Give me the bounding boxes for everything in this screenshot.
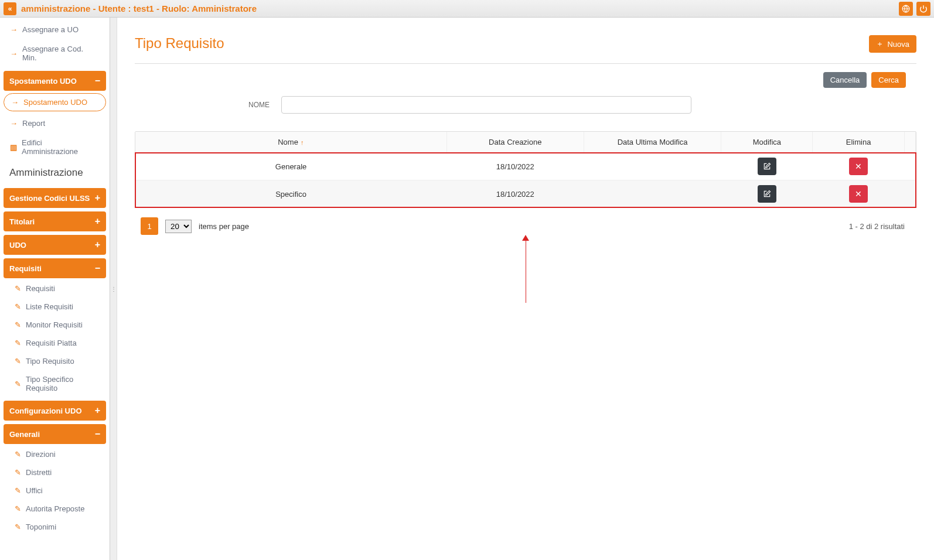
user-edit-icon: ✎ [15, 357, 21, 366]
plus-icon: + [95, 405, 100, 416]
filter-nome-input[interactable] [281, 96, 691, 114]
sidebar-section-requisiti[interactable]: Requisiti− [4, 258, 106, 278]
sidebar-section-configurazioni-udo[interactable]: Configurazioni UDO+ [4, 401, 106, 421]
edit-icon [763, 190, 771, 198]
sidebar-item-report[interactable]: →Report [4, 114, 106, 133]
plus-icon: + [95, 216, 100, 227]
user-edit-icon: ✎ [15, 486, 21, 495]
search-button[interactable]: Cerca [871, 72, 906, 88]
sort-asc-icon: ↑ [301, 139, 304, 146]
power-icon [919, 5, 928, 13]
sidebar-label-amministrazione: Amministrazione [4, 161, 106, 185]
sidebar-item-direzioni[interactable]: ✎Direzioni [4, 445, 106, 463]
sidebar-item-spostamento-udo[interactable]: →Spostamento UDO [4, 93, 106, 111]
close-icon: ✕ [855, 162, 862, 171]
app-title: amministrazione - Utente : test1 - Ruolo… [21, 4, 257, 13]
minus-icon: − [95, 76, 100, 86]
minus-icon: − [95, 429, 100, 439]
sidebar-section-gestione-codici[interactable]: Gestione Codici ULSS+ [4, 188, 106, 208]
close-icon: ✕ [855, 189, 862, 199]
sidebar-item-monitor-requisiti[interactable]: ✎Monitor Requisiti [4, 316, 106, 334]
sidebar-item-uffici[interactable]: ✎Uffici [4, 482, 106, 500]
filter-nome-label: NOME [229, 101, 270, 109]
sidebar-section-generali[interactable]: Generali− [4, 424, 106, 444]
col-data-creazione[interactable]: Data Creazione [446, 132, 584, 153]
building-icon: ▥ [10, 143, 17, 152]
user-edit-icon: ✎ [15, 302, 21, 311]
sidebar-item-tipo-requisito[interactable]: ✎Tipo Requisito [4, 352, 106, 370]
edit-icon [763, 162, 771, 170]
sidebar-item-distretti[interactable]: ✎Distretti [4, 463, 106, 482]
col-elimina: Elimina [813, 132, 904, 153]
items-per-page-select[interactable]: 20 [165, 220, 192, 233]
user-edit-icon: ✎ [15, 504, 21, 513]
user-edit-icon: ✎ [15, 450, 21, 459]
main-content: Tipo Requisito ＋Nuova Cancella Cerca NOM… [117, 18, 934, 560]
filter-row: NOME [229, 96, 916, 114]
language-button[interactable] [899, 2, 913, 16]
sidebar-item-edifici[interactable]: ▥Edifici Amministrazione [4, 133, 106, 161]
sidebar-item-assegnare-uo[interactable]: →Assegnare a UO [4, 20, 106, 39]
power-button[interactable] [916, 2, 930, 16]
table-row: Generale 18/10/2022 ✕ [135, 153, 916, 180]
sidebar-section-udo[interactable]: UDO+ [4, 235, 106, 255]
plus-icon: ＋ [876, 39, 884, 49]
plus-icon: + [95, 240, 100, 250]
sidebar-resize-handle[interactable]: ⋮ [110, 18, 117, 560]
minus-icon: − [95, 263, 100, 274]
arrow-right-icon: → [10, 119, 18, 128]
sidebar-item-requisiti-piatta[interactable]: ✎Requisiti Piatta [4, 334, 106, 352]
user-edit-icon: ✎ [15, 320, 21, 329]
arrow-right-icon: → [10, 25, 18, 34]
arrow-right-icon: → [11, 98, 19, 107]
plus-icon: + [95, 193, 100, 203]
col-nome[interactable]: Nome↑ [135, 132, 446, 153]
page-number[interactable]: 1 [141, 217, 158, 235]
annotation-arrow [135, 238, 916, 309]
arrow-right-icon: → [10, 49, 18, 58]
user-edit-icon: ✎ [15, 339, 21, 347]
user-edit-icon: ✎ [15, 468, 21, 477]
user-edit-icon: ✎ [15, 380, 21, 388]
delete-row-button[interactable]: ✕ [849, 158, 868, 175]
results-summary: 1 - 2 di 2 risultati [849, 222, 911, 231]
page-title: Tipo Requisito [135, 35, 224, 52]
col-data-modifica[interactable]: Data Ultima Modifica [584, 132, 721, 153]
user-edit-icon: ✎ [15, 284, 21, 293]
cell-modifica [584, 153, 721, 180]
sidebar-item-autorita-preposte[interactable]: ✎Autorita Preposte [4, 500, 106, 518]
results-table: Nome↑ Data Creazione Data Ultima Modific… [135, 131, 916, 208]
globe-icon [902, 5, 910, 13]
edit-row-button[interactable] [758, 185, 776, 203]
cell-nome: Specifico [135, 180, 446, 208]
sidebar-item-assegnare-cod[interactable]: →Assegnare a Cod. Min. [4, 39, 106, 67]
sidebar-item-tipo-specifico-requisito[interactable]: ✎Tipo Specifico Requisito [4, 370, 106, 397]
user-edit-icon: ✎ [15, 523, 21, 531]
sidebar-section-titolari[interactable]: Titolari+ [4, 211, 106, 231]
cell-modifica [584, 180, 721, 208]
cell-creazione: 18/10/2022 [446, 153, 584, 180]
sidebar: →Assegnare a UO →Assegnare a Cod. Min. S… [0, 18, 117, 560]
sidebar-section-spostamento[interactable]: Spostamento UDO− [4, 71, 106, 91]
sidebar-item-requisiti[interactable]: ✎Requisiti [4, 279, 106, 298]
new-button[interactable]: ＋Nuova [869, 35, 916, 53]
items-per-page-label: items per page [199, 222, 249, 231]
col-modifica: Modifica [721, 132, 813, 153]
sidebar-item-liste-requisiti[interactable]: ✎Liste Requisiti [4, 298, 106, 316]
chevron-left-icon: « [8, 5, 12, 13]
cell-nome: Generale [135, 153, 446, 180]
cell-creazione: 18/10/2022 [446, 180, 584, 208]
delete-row-button[interactable]: ✕ [849, 185, 868, 203]
sidebar-collapse-toggle[interactable]: « [4, 2, 16, 15]
edit-row-button[interactable] [758, 158, 776, 175]
table-row: Specifico 18/10/2022 ✕ [135, 180, 916, 208]
cancel-button[interactable]: Cancella [823, 72, 867, 88]
topbar: « amministrazione - Utente : test1 - Ruo… [0, 0, 934, 18]
sidebar-item-toponimi[interactable]: ✎Toponimi [4, 518, 106, 536]
